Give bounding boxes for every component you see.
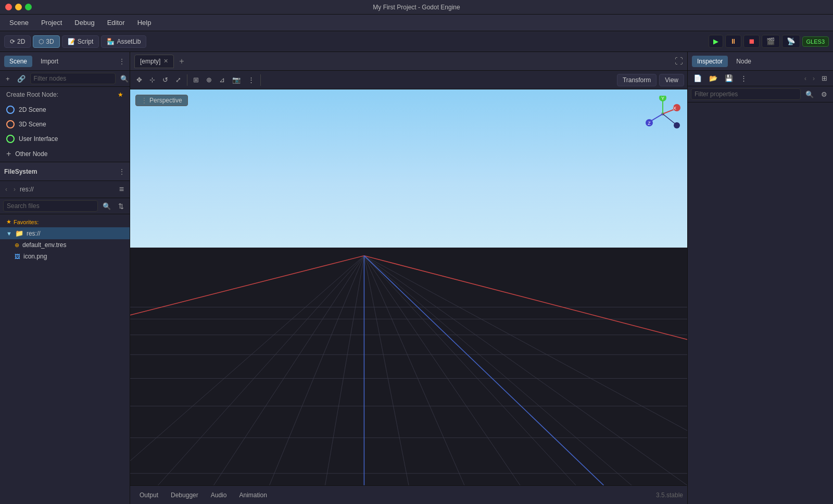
svg-line-14 (364, 256, 464, 485)
filter-search-button[interactable]: 🔍 (803, 89, 816, 100)
inspector-history-button[interactable]: ⊞ (819, 73, 830, 84)
vp-view-label[interactable]: View (659, 74, 684, 86)
menu-editor[interactable]: Editor (102, 17, 130, 28)
vp-more-btn[interactable]: ⋮ (245, 74, 258, 86)
fs-back-button[interactable]: ‹ (3, 185, 9, 194)
vp-local-btn[interactable]: ⊿ (216, 74, 228, 86)
menu-bar: Scene Project Debug Editor Help (0, 15, 833, 31)
close-button[interactable] (5, 4, 12, 10)
tab-import[interactable]: Import (35, 56, 64, 67)
window-controls[interactable] (5, 4, 32, 10)
node-item-ui[interactable]: User Interface (0, 132, 130, 146)
inspector-back-button[interactable]: ‹ (802, 74, 809, 83)
filter-properties-input[interactable] (691, 88, 801, 100)
tab-debugger[interactable]: Debugger (166, 489, 204, 501)
filesystem-more-icon[interactable]: ⋮ (118, 167, 125, 176)
svg-line-23 (364, 256, 603, 485)
svg-line-10 (214, 256, 364, 485)
center-area: [empty] ✕ + ⛶ ✥ ⊹ ↺ ⤢ ⊞ ⊕ ⊿ 📷 ⋮ Transfor… (130, 52, 687, 504)
2d-icon: ⟳ (10, 38, 15, 45)
node-item-3d-scene[interactable]: 3D Scene (0, 117, 130, 132)
fs-layout-button[interactable]: ≡ (117, 183, 127, 196)
svg-line-20 (130, 256, 364, 315)
window-title: My First Project - Godot Engine (373, 4, 460, 11)
fs-item-res[interactable]: ▼ 📁 res:// (0, 227, 130, 239)
inspector-header: Inspector Node (688, 52, 833, 71)
add-node-button[interactable]: + (3, 73, 12, 84)
folder-icon: 📁 (15, 229, 23, 237)
add-tab-button[interactable]: + (176, 56, 187, 67)
scene-tab-empty[interactable]: [empty] ✕ (134, 55, 174, 68)
pause-button[interactable]: ⏸ (725, 35, 741, 48)
menu-debug[interactable]: Debug (69, 17, 99, 28)
remote-button[interactable]: 📡 (782, 35, 800, 48)
node-item-2d-scene[interactable]: 2D Scene (0, 102, 130, 117)
tab-audio[interactable]: Audio (206, 489, 232, 501)
filter-nodes-input[interactable] (30, 73, 116, 84)
search-files-input[interactable] (3, 200, 98, 212)
3d-scene-icon (6, 120, 15, 128)
filter-options-button[interactable]: ⚙ (818, 89, 830, 100)
maximize-button[interactable] (25, 4, 32, 10)
vp-select-btn[interactable]: ✥ (133, 74, 145, 86)
svg-line-9 (158, 256, 364, 485)
vp-transform-mode-btn[interactable]: ⊞ (190, 74, 202, 86)
inspector-forward-button[interactable]: › (811, 74, 817, 83)
new-scene-button[interactable]: 📄 (691, 73, 704, 84)
fs-forward-button[interactable]: › (11, 185, 18, 194)
vp-camera-btn[interactable]: 📷 (229, 74, 244, 86)
fs-item-default-env[interactable]: ⊕ default_env.tres (8, 239, 130, 251)
fs-search-button[interactable]: 🔍 (100, 201, 113, 212)
vp-snap-btn[interactable]: ⊕ (203, 74, 215, 86)
movie-button[interactable]: 🎬 (762, 35, 780, 48)
fullscreen-button[interactable]: ⛶ (675, 57, 683, 66)
fs-item-icon-png[interactable]: 🖼 icon.png (8, 251, 130, 262)
btn-assetlib[interactable]: 🏪 AssetLib (101, 35, 146, 48)
inspector-content (688, 102, 833, 504)
script-icon: 📝 (68, 38, 75, 45)
perspective-label[interactable]: ⋮ Perspective (135, 95, 188, 106)
inspector-more-button[interactable]: ⋮ (738, 73, 750, 84)
link-node-button[interactable]: 🔗 (15, 73, 28, 84)
scene-panel-more-icon[interactable]: ⋮ (118, 57, 125, 66)
node-item-other[interactable]: + Other Node (0, 146, 130, 162)
open-scene-button[interactable]: 📂 (706, 73, 720, 84)
version-label: 3.5.stable (656, 492, 683, 499)
search-nodes-button[interactable]: 🔍 (118, 73, 131, 84)
tab-scene[interactable]: Scene (4, 56, 32, 67)
svg-line-11 (270, 256, 364, 485)
minimize-button[interactable] (15, 4, 22, 10)
main-toolbar: ⟳ 2D ⬡ 3D 📝 Script 🏪 AssetLib ▶ ⏸ ⏹ 🎬 📡 … (0, 31, 833, 52)
fs-sort-button[interactable]: ⇅ (116, 201, 127, 212)
svg-line-16 (364, 256, 576, 485)
viewport-3d: .grid-line { stroke: #3a3a4a; stroke-wid… (130, 89, 687, 485)
save-scene-button[interactable]: 💾 (722, 73, 736, 84)
menu-scene[interactable]: Scene (4, 17, 34, 28)
vp-rotate-btn[interactable]: ↺ (159, 74, 171, 86)
vp-scale-btn[interactable]: ⤢ (172, 74, 184, 86)
btn-script[interactable]: 📝 Script (62, 35, 99, 48)
star-icon: ★ (6, 218, 11, 225)
stop-button[interactable]: ⏹ (743, 35, 760, 48)
play-button[interactable]: ▶ (709, 35, 723, 48)
btn-2d[interactable]: ⟳ 2D (4, 35, 31, 48)
orientation-gizmo[interactable]: X Y Z (645, 96, 681, 132)
tab-animation[interactable]: Animation (234, 489, 272, 501)
tab-close-icon[interactable]: ✕ (163, 58, 168, 64)
other-node-plus-icon: + (6, 149, 11, 159)
vp-move-btn[interactable]: ⊹ (146, 74, 158, 86)
ui-icon (6, 135, 15, 143)
menu-help[interactable]: Help (132, 17, 157, 28)
svg-line-34 (663, 114, 676, 124)
menu-project[interactable]: Project (36, 17, 67, 28)
vp-transform-label[interactable]: Transform (617, 74, 657, 86)
btn-3d[interactable]: ⬡ 3D (33, 35, 59, 48)
scene-toolbar: + 🔗 🔍 (0, 71, 130, 87)
tab-inspector[interactable]: Inspector (692, 56, 728, 67)
tab-output[interactable]: Output (134, 489, 163, 501)
favorites-label: ★ Favorites: (0, 216, 130, 227)
filesystem-panel: FileSystem ⋮ ‹ › res:// ≡ 🔍 ⇅ ★ Favorite… (0, 162, 130, 504)
vp-separator-1 (187, 74, 187, 86)
tab-node[interactable]: Node (731, 56, 756, 67)
svg-line-21 (364, 256, 687, 347)
